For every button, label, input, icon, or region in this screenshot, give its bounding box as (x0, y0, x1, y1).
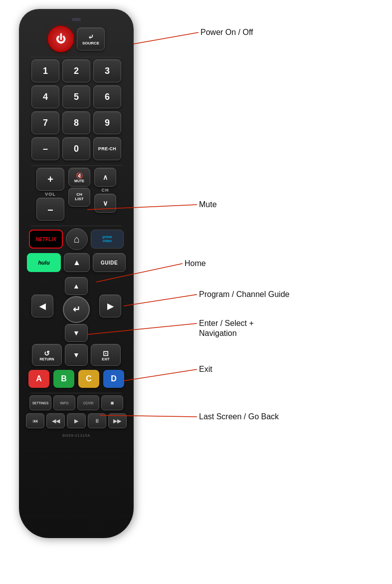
streaming-row-1: NETFLIX ⌂ prime video (26, 228, 127, 250)
up-button[interactable]: ▲ (64, 253, 90, 272)
return-button[interactable]: ↺ RETURN (32, 344, 62, 366)
num-9-button[interactable]: 9 (93, 111, 121, 134)
source-button[interactable]: ⤶ SOURCE (77, 27, 105, 50)
nav-center-button[interactable]: ↵ (63, 296, 90, 323)
pause-icon: ⏸ (94, 418, 100, 424)
model-number: BN59-01315A (62, 433, 90, 438)
stop-icon: ■ (111, 400, 114, 406)
btn-d-blue[interactable]: D (103, 370, 124, 388)
source-label: SOURCE (82, 41, 99, 45)
num-8-button[interactable]: 8 (62, 111, 90, 134)
media-row-1: ⏮ ◀◀ ▶ ⏸ ▶▶ (26, 413, 127, 428)
info-button[interactable]: INFO (53, 395, 75, 410)
nav-left-button[interactable]: ◀ (31, 294, 53, 317)
num-row-1: 1 2 3 (26, 59, 127, 82)
dash-button[interactable]: – (31, 137, 59, 160)
svg-line-5 (124, 369, 197, 381)
hulu-button[interactable]: hulu (27, 253, 61, 272)
num-6-button[interactable]: 6 (93, 85, 121, 108)
nav-up-button[interactable]: ▲ (65, 277, 88, 295)
color-buttons-row: A B C D (26, 370, 127, 388)
num-row-2: 4 5 6 (26, 85, 127, 108)
enter-icon: ↵ (73, 304, 80, 315)
mute-icon: 🔇 (76, 172, 83, 179)
num-4-button[interactable]: 4 (31, 85, 59, 108)
num-row-3: 7 8 9 (26, 111, 127, 134)
num-1-button[interactable]: 1 (31, 59, 59, 82)
streaming-row-2: hulu ▲ GUIDE (26, 253, 127, 272)
prev-button[interactable]: ⏮ (26, 413, 44, 428)
remote-control: ⏻ ⤶ SOURCE 1 2 3 4 5 6 7 8 9 – 0 (19, 9, 134, 538)
netflix-button[interactable]: NETFLIX (29, 230, 63, 249)
exit-icon: ⊡ (103, 349, 109, 357)
play-icon: ▶ (74, 418, 78, 424)
mute-label: MUTE (74, 179, 84, 183)
mute-annotation-label: Mute (199, 200, 217, 209)
settings-label: SETTINGS (32, 401, 49, 405)
nav-down-button-2[interactable]: ▼ (65, 344, 88, 366)
return-label: RETURN (39, 357, 54, 361)
mute-button[interactable]: 🔇 MUTE (68, 168, 90, 187)
divider-2 (31, 165, 122, 166)
prime-label-1: prime (102, 235, 112, 239)
exit-label: EXIT (102, 357, 110, 361)
return-exit-row: ↺ RETURN ▼ ⊡ EXIT (26, 344, 127, 366)
ff-icon: ▶▶ (113, 418, 121, 424)
guide-annotation-label: Program / Channel Guide (199, 290, 290, 298)
rewind-icon: ◀◀ (52, 418, 60, 424)
ccvd-label: CC/VD (83, 401, 93, 405)
num-5-button[interactable]: 5 (62, 85, 90, 108)
nav-annotation-label-2: Navigation (199, 329, 237, 337)
settings-button[interactable]: SETTINGS (29, 395, 51, 410)
divider-3 (31, 226, 122, 226)
num-3-button[interactable]: 3 (93, 59, 121, 82)
exit-button[interactable]: ⊡ EXIT (91, 344, 121, 366)
ch-list-button[interactable]: CHLIST (68, 188, 90, 207)
dash-row: – 0 PRE-CH (26, 137, 127, 160)
vol-column: + VOL – (36, 168, 64, 221)
vol-up-button[interactable]: + (36, 168, 64, 191)
power-button[interactable]: ⏻ (48, 26, 74, 52)
ccvd-button[interactable]: CC/VD (77, 395, 99, 410)
btn-b-green[interactable]: B (53, 370, 74, 388)
prech-button[interactable]: PRE-CH (93, 137, 121, 160)
settings-row: SETTINGS INFO CC/VD ■ (26, 395, 127, 410)
ch-column: ∧ CH ∨ (94, 168, 116, 213)
back-annotation-label: Last Screen / Go Back (199, 412, 279, 421)
mute-chlist-column: 🔇 MUTE CHLIST (68, 168, 90, 207)
guide-button[interactable]: GUIDE (93, 253, 126, 272)
btn-a-red[interactable]: A (28, 370, 49, 388)
exit-annotation-label: Exit (199, 365, 212, 373)
nav-down-button[interactable]: ▼ (65, 324, 88, 342)
pause-button[interactable]: ⏸ (88, 413, 106, 428)
divider-1 (31, 57, 122, 57)
svg-line-0 (134, 32, 198, 44)
ff-button[interactable]: ▶▶ (108, 413, 127, 428)
ir-sensor (72, 18, 81, 21)
ch-down-button[interactable]: ∨ (94, 194, 116, 213)
stop-button[interactable]: ■ (101, 395, 123, 410)
ch-list-label: CHLIST (75, 193, 83, 202)
prime-video-button[interactable]: prime video (91, 230, 124, 249)
nav-cluster: ◀ ▲ ↵ ▼ ▶ (31, 277, 121, 342)
home-button[interactable]: ⌂ (66, 228, 88, 250)
power-annotation-label: Power On / Off (200, 28, 253, 36)
power-source-row: ⏻ ⤶ SOURCE (26, 26, 127, 52)
return-icon: ↺ (44, 349, 50, 357)
num-2-button[interactable]: 2 (62, 59, 90, 82)
num-7-button[interactable]: 7 (31, 111, 59, 134)
play-button[interactable]: ▶ (67, 413, 85, 428)
divider-4 (31, 393, 122, 393)
rewind-button[interactable]: ◀◀ (46, 413, 65, 428)
ch-up-button[interactable]: ∧ (94, 168, 116, 187)
prime-label-2: video (103, 239, 112, 243)
svg-line-3 (124, 294, 197, 306)
nav-annotation-label: Enter / Select + (199, 319, 254, 327)
page-container: ⏻ ⤶ SOURCE 1 2 3 4 5 6 7 8 9 – 0 (0, 0, 392, 584)
num-0-button[interactable]: 0 (62, 137, 90, 160)
btn-c-yellow[interactable]: C (78, 370, 99, 388)
nav-right-button[interactable]: ▶ (99, 294, 121, 317)
prev-icon: ⏮ (32, 418, 38, 424)
home-annotation-label: Home (185, 259, 206, 268)
vol-down-button[interactable]: – (36, 198, 64, 221)
